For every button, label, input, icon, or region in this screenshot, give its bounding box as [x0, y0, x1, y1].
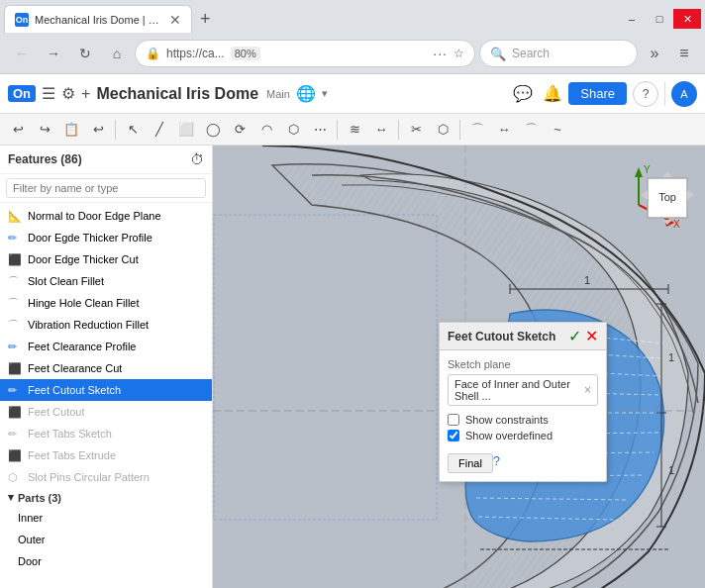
list-item[interactable]: Inner: [0, 507, 212, 529]
home-button[interactable]: ⌂: [103, 40, 131, 67]
copy-button[interactable]: 📋: [59, 118, 83, 142]
clear-plane-button[interactable]: ×: [584, 383, 591, 397]
list-item[interactable]: Outer: [0, 529, 212, 550]
popup-close-button[interactable]: ✕: [585, 327, 598, 345]
app-settings-icon[interactable]: ⚙: [61, 84, 75, 103]
feature-list: 📐 Normal to Door Edge Plane ✏ Door Egde …: [0, 203, 212, 588]
menu-button[interactable]: ≡: [671, 41, 697, 66]
dimension-tool[interactable]: ↔: [492, 118, 516, 142]
rect-tool[interactable]: ⬜: [174, 118, 198, 142]
list-item[interactable]: ⌒ Vibration Reduction Fillet: [0, 314, 212, 336]
extrude-icon-gray: ⬛: [8, 449, 22, 462]
polygon-tool[interactable]: ⬡: [281, 118, 305, 142]
features-title: Features (86): [8, 152, 190, 166]
pattern-tool[interactable]: ≋: [343, 118, 366, 142]
list-item[interactable]: ✏ Feet Clearance Profile: [0, 336, 212, 357]
undo-button[interactable]: ↩: [6, 118, 30, 142]
paste-button[interactable]: ↩: [86, 118, 110, 142]
extensions-button[interactable]: »: [642, 41, 667, 66]
app-plus-icon[interactable]: +: [81, 85, 90, 103]
features-clock-icon[interactable]: ⏱: [190, 151, 204, 167]
sketch-plane-selector[interactable]: Face of Inner and Outer Shell ... ×: [448, 374, 598, 406]
list-item[interactable]: 📐 Normal to Door Edge Plane: [0, 205, 212, 227]
list-item[interactable]: ⌒ Slot Clean Fillet: [0, 270, 212, 292]
popup-body: Sketch plane Face of Inner and Outer She…: [440, 350, 606, 481]
view-cube[interactable]: Top: [638, 163, 697, 233]
app-action-icons: 💬 🔔: [513, 84, 562, 103]
svg-text:1: 1: [584, 274, 590, 286]
feature-label: Feet Tabs Extrude: [28, 449, 116, 461]
show-constraints-checkbox[interactable]: Show constraints: [448, 414, 598, 426]
fillet-icon: ⌒: [8, 296, 22, 311]
feature-filter-input[interactable]: [6, 178, 206, 198]
app-globe-icon[interactable]: 🌐: [296, 84, 316, 103]
new-tab-button[interactable]: +: [194, 7, 217, 32]
list-item[interactable]: Door: [0, 550, 212, 572]
feature-label: Feet Tabs Sketch: [28, 428, 112, 440]
trim-tool[interactable]: ✂: [404, 118, 428, 142]
back-button[interactable]: ←: [8, 40, 36, 67]
app-menu-icon[interactable]: ☰: [42, 84, 55, 103]
share-button[interactable]: Share: [568, 82, 627, 105]
divider-1: [115, 120, 116, 140]
popup-help-icon[interactable]: ?: [493, 453, 500, 468]
refresh-button[interactable]: ↻: [71, 40, 99, 67]
window-controls: – □ ✕: [618, 9, 701, 29]
list-item[interactable]: ✏ Door Egde Thicker Profile: [0, 227, 212, 248]
bookmark-icon[interactable]: ☆: [453, 47, 464, 60]
select-tool[interactable]: ↖: [121, 118, 145, 142]
help-button[interactable]: ?: [633, 81, 658, 107]
popup-confirm-button[interactable]: ✓: [568, 327, 581, 345]
toolbar-divider: [664, 82, 665, 106]
tab-bar: On Mechanical Iris Dome | Mech Ir... ✕ +…: [0, 0, 705, 34]
mirror-tool[interactable]: ↔: [369, 118, 393, 142]
list-item[interactable]: ⬛ Feet Cutout: [0, 401, 212, 423]
features-filter: [0, 174, 212, 203]
extend-tool[interactable]: ⬡: [431, 118, 454, 142]
close-button[interactable]: ✕: [673, 9, 701, 29]
url-box[interactable]: 🔒 https://ca... 80% ··· ☆: [135, 40, 475, 67]
minimize-button[interactable]: –: [618, 9, 646, 29]
redo-button[interactable]: ↪: [33, 118, 56, 142]
globe-chevron-icon[interactable]: ▾: [322, 87, 328, 100]
final-button[interactable]: Final: [448, 453, 493, 473]
list-item[interactable]: ⬡ Slot Pins Circular Pattern: [0, 466, 212, 488]
constraints-checkbox-input[interactable]: [448, 414, 459, 426]
tab-close-button[interactable]: ✕: [169, 13, 181, 27]
show-overdefined-checkbox[interactable]: Show overdefined: [448, 430, 598, 441]
feature-label: Normal to Door Edge Plane: [28, 210, 161, 222]
constraint-tool[interactable]: ⌒: [465, 118, 489, 142]
arc-tool[interactable]: ⟳: [228, 118, 252, 142]
bell-icon[interactable]: 🔔: [543, 84, 562, 103]
url-text: https://ca...: [166, 47, 225, 60]
fillet-tool[interactable]: ~: [546, 118, 569, 142]
maximize-button[interactable]: □: [646, 9, 673, 29]
active-tab[interactable]: On Mechanical Iris Dome | Mech Ir... ✕: [4, 5, 192, 33]
tab-title: Mechanical Iris Dome | Mech Ir...: [35, 14, 163, 26]
feature-label: Feet Clearance Profile: [28, 341, 136, 352]
list-item[interactable]: ⬛ Door Edge Thicker Cut: [0, 248, 212, 270]
list-item-selected[interactable]: ✏ Feet Cutout Sketch: [0, 379, 212, 401]
feature-label: Feet Clearance Cut: [28, 362, 122, 374]
feature-label: Door Edge Thicker Cut: [28, 253, 139, 265]
transform-tool[interactable]: ⌒: [519, 118, 543, 142]
list-item[interactable]: ⬛ Feet Clearance Cut: [0, 357, 212, 379]
search-box[interactable]: 🔍 Search: [479, 40, 638, 67]
features-panel: Features (86) ⏱ 📐 Normal to Door Edge Pl…: [0, 146, 213, 588]
circle-tool[interactable]: ◯: [201, 118, 225, 142]
feature-label: Door Egde Thicker Profile: [28, 232, 152, 244]
line-tool[interactable]: ╱: [148, 118, 171, 142]
list-item[interactable]: ⬛ Feet Tabs Extrude: [0, 444, 212, 466]
divider-3: [398, 120, 399, 140]
list-item[interactable]: ⌒ Hinge Hole Clean Fillet: [0, 292, 212, 314]
user-avatar[interactable]: A: [671, 81, 697, 107]
list-item[interactable]: ✏ Feet Tabs Sketch: [0, 423, 212, 444]
curve-tool[interactable]: ◠: [254, 118, 278, 142]
overdefined-checkbox-input[interactable]: [448, 430, 459, 441]
forward-button[interactable]: →: [40, 40, 67, 67]
spline-tool[interactable]: ⋯: [308, 118, 332, 142]
url-more-button[interactable]: ···: [433, 46, 448, 61]
canvas-area[interactable]: 1 1 1 Y: [213, 146, 705, 588]
parts-section[interactable]: ▾ Parts (3): [0, 488, 212, 507]
chat-icon[interactable]: 💬: [513, 84, 533, 103]
